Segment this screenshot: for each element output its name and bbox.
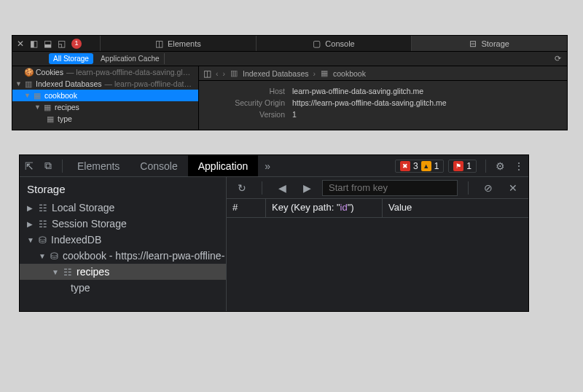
error-count-text: 1 — [74, 40, 78, 47]
label: cookbook - https://learn-pwa-offline- — [63, 250, 224, 262]
filter-all-storage[interactable]: All Storage — [49, 53, 93, 64]
label: Version — [199, 110, 292, 119]
col-value[interactable]: Value — [383, 199, 528, 217]
label: IndexedDB — [51, 234, 101, 246]
elements-icon: ◫ — [155, 39, 163, 49]
col-key[interactable]: Key (Key path: "id") — [266, 199, 383, 217]
value: 1 — [292, 110, 297, 119]
dock-bottom-icon[interactable]: ⬓ — [44, 39, 52, 49]
sidebar-item-cookbook[interactable]: ▼ ▦ cookbook — [12, 90, 198, 101]
clear-icon[interactable]: ⊘ — [479, 182, 498, 194]
chevron-down-icon: ▼ — [27, 236, 34, 244]
issue-icon: ⚑ — [453, 161, 463, 171]
chevron-right-icon: ▶ — [27, 204, 34, 212]
device-icon[interactable]: ⧉ — [39, 160, 58, 172]
folder-icon: ▥ — [24, 79, 33, 89]
error-count: 3 — [413, 161, 418, 171]
dock-side-icon[interactable]: ◧ — [30, 39, 38, 49]
tab-elements-label: Elements — [168, 39, 201, 48]
storage-icon: ☷ — [39, 203, 47, 213]
sidebar-item-indexed-db[interactable]: ▼ ▥ Indexed Databases — learn-pwa-offlin… — [12, 78, 198, 90]
detail-host: Host learn-pwa-offline-data-saving.glitc… — [199, 85, 567, 97]
error-count-badge[interactable]: 1 — [71, 39, 82, 49]
safari-window-controls: ✕ ◧ ⬓ ◱ 1 — [12, 36, 100, 51]
chrome-devtools: ⇱ ⧉ Elements Console Application » ✖3 ▲1… — [19, 154, 529, 312]
panel-toggle-icon[interactable]: ◫ — [203, 68, 211, 79]
more-tabs-icon[interactable]: » — [258, 160, 277, 172]
close-icon[interactable]: ✕ — [17, 39, 24, 49]
chevron-down-icon: ▼ — [34, 103, 40, 111]
sidebar-label: Indexed Databases — [36, 79, 101, 88]
tab-application[interactable]: Application — [188, 155, 259, 176]
sidebar-item-session-storage[interactable]: ▶ ☷ Session Storage — [20, 216, 226, 232]
popout-icon[interactable]: ◱ — [58, 39, 66, 49]
sidebar-item-cookbook[interactable]: ▼ ⛁ cookbook - https://learn-pwa-offline… — [20, 248, 226, 264]
badge-issues[interactable]: ⚑1 — [448, 160, 477, 173]
crumb-indexed-db[interactable]: Indexed Databases — [243, 69, 308, 78]
data-toolbar: ↻ ◀ ▶ ⊘ ✕ — [227, 177, 528, 199]
separator — [262, 181, 262, 195]
sidebar-label: cookbook — [44, 91, 77, 100]
nav-back-icon[interactable]: ‹ — [216, 69, 219, 78]
tab-console[interactable]: ▢ Console — [256, 36, 412, 51]
safari-main: ◫ ‹ › ▥ Indexed Databases › ▦ cookbook H… — [199, 66, 567, 130]
tab-storage[interactable]: ⊟ Storage — [411, 36, 567, 51]
separator — [468, 181, 469, 195]
prev-page-icon[interactable]: ◀ — [273, 182, 292, 194]
safari-tab-bar: ✕ ◧ ⬓ ◱ 1 ◫ Elements ▢ Console ⊟ Storage — [12, 36, 567, 52]
warning-count: 1 — [434, 161, 439, 171]
sidebar-label: recipes — [55, 103, 79, 111]
chevron-down-icon: ▼ — [15, 80, 21, 87]
sidebar-item-type[interactable]: type — [20, 280, 226, 296]
table-header: # Key (Key path: "id") Value — [227, 199, 528, 218]
tab-storage-label: Storage — [481, 39, 509, 48]
sidebar-item-recipes[interactable]: ▼ ▦ recipes — [12, 101, 198, 113]
sidebar-item-type[interactable]: ▦ type — [12, 113, 198, 125]
tab-console[interactable]: Console — [130, 155, 187, 176]
safari-sidebar: 🍪 Cookies — learn-pwa-offline-data-savin… — [12, 66, 199, 130]
sidebar-label: type — [58, 114, 72, 123]
sidebar-item-indexeddb[interactable]: ▼ ⛁ IndexedDB — [20, 232, 226, 248]
kebab-icon[interactable]: ⋮ — [509, 160, 528, 172]
storage-icon: ⊟ — [469, 39, 477, 49]
nav-fwd-icon[interactable]: › — [223, 69, 226, 78]
chevron-right-icon: › — [313, 69, 316, 78]
filter-application-cache[interactable]: Application Cache — [96, 53, 165, 64]
breadcrumb: ◫ ‹ › ▥ Indexed Databases › ▦ cookbook — [199, 66, 567, 81]
gear-icon[interactable]: ⚙ — [490, 160, 509, 172]
folder-icon: ▥ — [230, 68, 238, 78]
close-icon[interactable]: ✕ — [504, 182, 523, 194]
table-icon: ▦ — [43, 103, 52, 112]
chevron-down-icon: ▼ — [24, 92, 30, 99]
detail-version: Version 1 — [199, 109, 567, 120]
sidebar-domain: — learn-pwa-offline-dat… — [104, 79, 191, 88]
col-num[interactable]: # — [227, 199, 266, 217]
start-key-input[interactable] — [322, 180, 458, 196]
refresh-icon[interactable]: ↻ — [232, 182, 251, 194]
warning-icon: ▲ — [421, 161, 431, 171]
label: Security Origin — [199, 98, 292, 107]
database-icon: ▦ — [320, 68, 329, 78]
sidebar-item-cookies[interactable]: 🍪 Cookies — learn-pwa-offline-data-savin… — [12, 66, 198, 78]
crumb-cookbook[interactable]: cookbook — [333, 69, 366, 78]
badge-errors-warnings[interactable]: ✖3 ▲1 — [395, 160, 444, 173]
database-icon: ▦ — [33, 91, 42, 101]
cookie-icon: 🍪 — [24, 68, 33, 77]
chevron-right-icon: ▶ — [27, 220, 34, 228]
tab-elements[interactable]: ◫ Elements — [100, 36, 256, 51]
sidebar-item-local-storage[interactable]: ▶ ☷ Local Storage — [20, 200, 226, 216]
console-icon: ▢ — [313, 39, 321, 49]
table-icon: ☷ — [63, 267, 72, 278]
tab-elements[interactable]: Elements — [67, 155, 130, 176]
refresh-icon[interactable]: ⟳ — [555, 54, 561, 63]
detail-origin: Security Origin https://learn-pwa-offlin… — [199, 97, 567, 109]
next-page-icon[interactable]: ▶ — [297, 182, 316, 194]
sidebar-item-recipes[interactable]: ▼ ☷ recipes — [20, 264, 226, 280]
label: type — [71, 282, 90, 294]
col-key-a: Key (Key path: " — [272, 202, 340, 213]
chrome-main: ↻ ◀ ▶ ⊘ ✕ # Key (Key path: "id") Value — [227, 177, 528, 311]
index-icon: ▦ — [46, 114, 55, 124]
chevron-down-icon: ▼ — [39, 252, 46, 260]
inspect-icon[interactable]: ⇱ — [20, 160, 39, 172]
table-body — [227, 218, 528, 311]
